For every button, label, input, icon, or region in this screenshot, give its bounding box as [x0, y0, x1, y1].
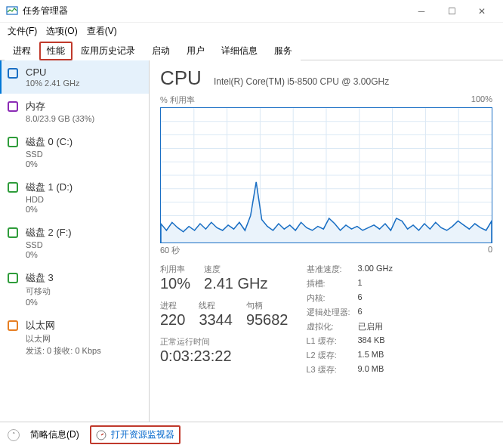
resource-monitor-icon: [96, 430, 106, 440]
page-title: CPU: [160, 66, 202, 90]
close-button[interactable]: ✕: [467, 0, 497, 23]
chart-label-tr: 100%: [471, 94, 492, 106]
tab-strip: 进程 性能 应用历史记录 启动 用户 详细信息 服务: [0, 39, 503, 60]
menu-bar: 文件(F) 选项(O) 查看(V): [0, 23, 503, 39]
sidebar-item-memory[interactable]: 内存8.0/23.9 GB (33%): [0, 94, 149, 129]
app-icon: [6, 5, 18, 17]
disk-icon: [8, 137, 18, 147]
sidebar-item-disk1[interactable]: 磁盘 1 (D:)HDD0%: [0, 175, 149, 220]
disk-icon: [8, 227, 18, 238]
title-bar: 任务管理器 ─ ☐ ✕: [0, 0, 503, 23]
sidebar-disk0-name: 磁盘 0 (C:): [26, 135, 73, 149]
tab-details[interactable]: 详细信息: [213, 41, 266, 60]
tab-startup[interactable]: 启动: [143, 41, 178, 60]
processes-value: 220: [160, 311, 185, 329]
menu-file[interactable]: 文件(F): [5, 23, 40, 39]
base-speed: 3.00 GHz: [358, 264, 403, 275]
window-title: 任务管理器: [23, 5, 406, 17]
tab-users[interactable]: 用户: [178, 41, 213, 60]
sidebar-mem-name: 内存: [26, 100, 94, 113]
memory-icon: [8, 101, 18, 112]
ethernet-icon: [8, 320, 18, 331]
chart-label-br: 0: [488, 245, 492, 256]
tab-processes[interactable]: 进程: [5, 41, 39, 60]
chart-label-bl: 60 秒: [160, 245, 180, 256]
maximize-button[interactable]: ☐: [437, 0, 467, 23]
sidebar: CPU10% 2.41 GHz 内存8.0/23.9 GB (33%) 磁盘 0…: [0, 60, 150, 422]
speed-value: 2.41 GHz: [204, 275, 267, 292]
utilization-chart: [160, 107, 492, 243]
fewer-details-link[interactable]: 简略信息(D): [30, 428, 79, 441]
uptime-value: 0:03:23:22: [160, 348, 289, 365]
sidebar-item-cpu[interactable]: CPU10% 2.41 GHz: [0, 60, 149, 94]
cpu-icon: [8, 68, 18, 79]
tab-services[interactable]: 服务: [266, 41, 301, 60]
sidebar-item-ethernet[interactable]: 以太网以太网发送: 0 接收: 0 Kbps: [0, 313, 149, 363]
menu-options[interactable]: 选项(O): [43, 23, 80, 39]
main-panel: CPU Intel(R) Core(TM) i5-8500 CPU @ 3.00…: [150, 60, 503, 422]
chart-label-tl: % 利用率: [160, 94, 195, 106]
threads-value: 3344: [199, 311, 233, 329]
utilization-value: 10%: [160, 275, 190, 292]
svg-line-20: [101, 434, 103, 435]
tab-performance[interactable]: 性能: [39, 42, 73, 60]
disk-icon: [8, 273, 18, 283]
content: CPU10% 2.41 GHz 内存8.0/23.9 GB (33%) 磁盘 0…: [0, 60, 503, 422]
handles-value: 95682: [246, 311, 289, 329]
tab-app-history[interactable]: 应用历史记录: [73, 41, 143, 60]
chevron-up-icon[interactable]: ˄: [8, 429, 20, 441]
minimize-button[interactable]: ─: [406, 0, 437, 23]
disk-icon: [8, 182, 18, 193]
sidebar-item-disk0[interactable]: 磁盘 0 (C:)SSD0%: [0, 129, 149, 175]
sidebar-item-disk2[interactable]: 磁盘 2 (F:)SSD0%: [0, 220, 149, 265]
sidebar-cpu-sub: 10% 2.41 GHz: [26, 79, 80, 88]
cpu-description: Intel(R) Core(TM) i5-8500 CPU @ 3.00GHz: [214, 76, 389, 87]
menu-view[interactable]: 查看(V): [84, 23, 120, 39]
status-bar: ˄ 简略信息(D) 打开资源监视器: [0, 422, 503, 447]
sidebar-mem-sub: 8.0/23.9 GB (33%): [26, 114, 94, 123]
open-resource-monitor-link[interactable]: 打开资源监视器: [90, 425, 181, 444]
sidebar-cpu-name: CPU: [26, 66, 80, 78]
sidebar-item-disk3[interactable]: 磁盘 3可移动0%: [0, 265, 149, 313]
